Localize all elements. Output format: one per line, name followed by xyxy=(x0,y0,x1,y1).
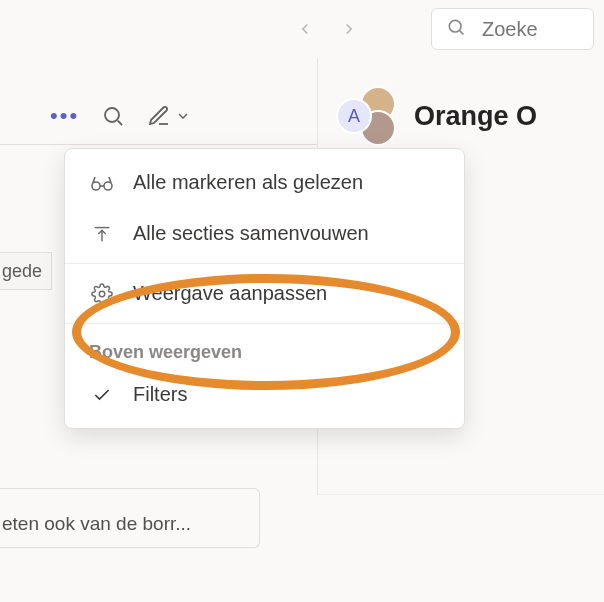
message-preview-item[interactable]: eten ook van de borr... xyxy=(0,488,260,548)
menu-item-label: Filters xyxy=(133,383,187,406)
conversation-header: A Orange O xyxy=(318,88,604,144)
divider xyxy=(318,494,604,495)
avatar-initial: A xyxy=(336,98,372,134)
avatar-group: A xyxy=(336,86,396,146)
compose-button[interactable] xyxy=(147,104,191,128)
message-preview-text: eten ook van de borr... xyxy=(2,513,249,535)
menu-item-label: Weergave aanpassen xyxy=(133,282,327,305)
svg-point-2 xyxy=(105,108,119,122)
menu-item-mark-all-read[interactable]: Alle markeren als gelezen xyxy=(65,157,464,208)
nav-back-button[interactable] xyxy=(285,9,325,49)
list-toolbar: ••• xyxy=(0,88,317,144)
svg-point-8 xyxy=(99,291,105,297)
nav-arrows xyxy=(285,9,369,49)
gear-icon xyxy=(89,283,115,305)
menu-separator xyxy=(65,323,464,324)
menu-section-label: Boven weergeven xyxy=(65,328,464,369)
nav-forward-button[interactable] xyxy=(329,9,369,49)
glasses-icon xyxy=(89,174,115,192)
menu-item-label: Alle markeren als gelezen xyxy=(133,171,363,194)
collapse-icon xyxy=(89,223,115,245)
search-placeholder: Zoeke xyxy=(482,18,538,41)
svg-point-4 xyxy=(92,182,100,190)
more-options-button[interactable]: ••• xyxy=(50,103,79,129)
check-icon xyxy=(89,385,115,405)
menu-item-filters[interactable]: Filters xyxy=(65,369,464,420)
search-input[interactable]: Zoeke xyxy=(431,8,594,50)
menu-item-label: Alle secties samenvouwen xyxy=(133,222,369,245)
menu-separator xyxy=(65,263,464,264)
menu-item-collapse-all[interactable]: Alle secties samenvouwen xyxy=(65,208,464,259)
top-bar: Zoeke xyxy=(0,0,604,58)
svg-line-3 xyxy=(118,121,122,125)
svg-point-0 xyxy=(449,20,461,32)
conversation-title: Orange O xyxy=(414,101,537,132)
more-options-menu: Alle markeren als gelezen Alle secties s… xyxy=(64,148,465,429)
category-tag-truncated[interactable]: gede xyxy=(0,252,52,290)
search-icon xyxy=(446,17,466,42)
svg-line-1 xyxy=(460,30,464,34)
svg-point-5 xyxy=(104,182,112,190)
list-search-button[interactable] xyxy=(101,104,125,128)
menu-item-customize-view[interactable]: Weergave aanpassen xyxy=(65,268,464,319)
